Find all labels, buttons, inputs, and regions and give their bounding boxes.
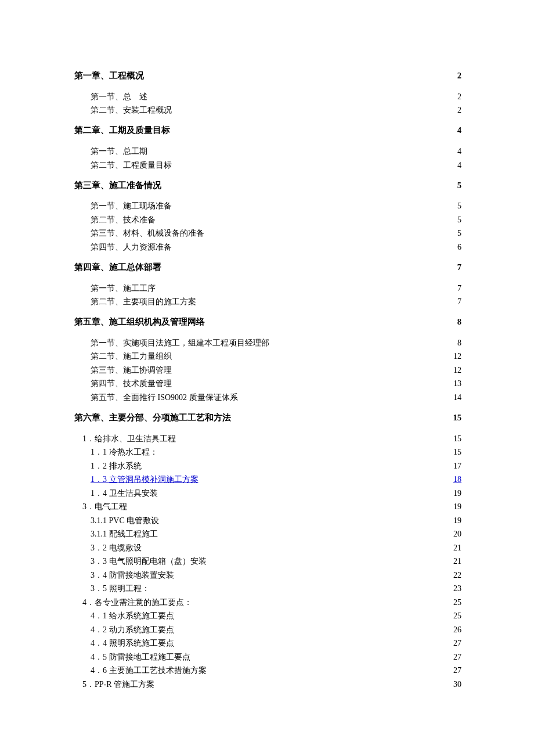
toc-entry: 4．5 防雷接地工程施工要点27 xyxy=(74,651,461,663)
toc-title: 1．4 卫生洁具安装 xyxy=(91,487,158,499)
toc-page-number: 6 xyxy=(457,241,461,253)
toc-entry: 第一章、工程概况2 xyxy=(74,70,461,82)
toc-page-number: 15 xyxy=(453,446,461,458)
toc-page-number: 7 xyxy=(457,296,461,308)
toc-page-number: 2 xyxy=(457,91,461,103)
toc-title: 第二节、主要项目的施工方案 xyxy=(91,296,196,308)
toc-entry: 3.1.1 PVC 电管敷设19 xyxy=(74,514,461,527)
toc-page-number: 7 xyxy=(457,261,461,274)
toc-title: 第一节、施工工序 xyxy=(91,282,156,294)
toc-title: 3．3 电气照明配电箱（盘）安装 xyxy=(91,555,207,567)
toc-page-number: 8 xyxy=(457,337,461,349)
toc-page-number: 13 xyxy=(453,377,461,390)
toc-title: 3．5 照明工程： xyxy=(91,582,150,595)
toc-entry: 3．3 电气照明配电箱（盘）安装21 xyxy=(74,555,461,567)
toc-entry: 第一节、实施项目法施工，组建本工程项目经理部8 xyxy=(74,337,461,349)
toc-title: 1．2 排水系统 xyxy=(91,460,142,472)
toc-title[interactable]: 1．3 立管洞吊模补洞施工方案 xyxy=(91,473,199,485)
toc-entry: 第二节、主要项目的施工方案7 xyxy=(74,296,461,308)
toc-page-number: 27 xyxy=(453,651,461,663)
toc-page-number: 27 xyxy=(453,637,461,649)
toc-title: 3．2 电缆敷设 xyxy=(91,542,142,554)
toc-entry: 第一节、总工期4 xyxy=(74,145,461,157)
toc-title: 第四节、人力资源准备 xyxy=(91,241,172,253)
toc-entry: 4．各专业需注意的施工要点：25 xyxy=(74,596,461,609)
toc-entry: 第二章、工期及质量目标4 xyxy=(74,124,461,137)
toc-page-number: 21 xyxy=(453,542,461,554)
toc-page-number: 17 xyxy=(453,460,461,472)
toc-page-number: 5 xyxy=(457,200,461,212)
toc-title: 第三节、施工协调管理 xyxy=(91,364,172,376)
toc-page-number: 19 xyxy=(453,487,461,499)
toc-page-number: 5 xyxy=(457,179,461,192)
toc-title: 1．给排水、卫生洁具工程 xyxy=(82,433,176,445)
toc-page-number: 25 xyxy=(453,610,461,622)
toc-title: 4．4 照明系统施工要点 xyxy=(91,637,174,649)
toc-page-number: 25 xyxy=(453,596,461,609)
toc-entry: 第三节、材料、机械设备的准备5 xyxy=(74,227,461,239)
toc-page-number: 4 xyxy=(457,124,461,137)
toc-entry: 第五章、施工组织机构及管理网络8 xyxy=(74,316,461,329)
toc-page-number: 23 xyxy=(453,582,461,595)
toc-page-number: 14 xyxy=(453,391,461,404)
toc-title: 第五节、全面推行 ISO9002 质量保证体系 xyxy=(91,391,238,404)
toc-title: 4．2 动力系统施工要点 xyxy=(91,624,174,636)
toc-page-number: 2 xyxy=(457,104,461,116)
toc-title: 3．电气工程 xyxy=(82,501,127,513)
toc-entry: 第三章、施工准备情况5 xyxy=(74,179,461,192)
toc-title: 4．各专业需注意的施工要点： xyxy=(82,596,192,609)
toc-title: 第三节、材料、机械设备的准备 xyxy=(91,227,204,239)
toc-title: 第四节、技术质量管理 xyxy=(91,377,172,390)
toc-page-number: 2 xyxy=(457,70,461,82)
toc-title: 第二节、技术准备 xyxy=(91,214,156,226)
toc-title: 第三章、施工准备情况 xyxy=(74,179,161,192)
toc-title: 4．5 防雷接地工程施工要点 xyxy=(91,651,190,663)
toc-entry: 3．5 照明工程：23 xyxy=(74,582,461,595)
toc-title: 第一节、施工现场准备 xyxy=(91,200,172,212)
toc-page-number: 20 xyxy=(453,528,461,540)
toc-title: 第二节、安装工程概况 xyxy=(91,104,172,116)
toc-title: 第四章、施工总体部署 xyxy=(74,261,161,274)
toc-entry: 1．3 立管洞吊模补洞施工方案18 xyxy=(74,473,461,485)
toc-title: 3.1.1 配线工程施工 xyxy=(91,528,158,540)
toc-entry: 1．1 冷热水工程：15 xyxy=(74,446,461,458)
toc-page-number: 7 xyxy=(457,282,461,294)
toc-page-number: 27 xyxy=(453,664,461,676)
toc-entry: 第四章、施工总体部署7 xyxy=(74,261,461,274)
toc-title: 3．4 防雷接地装置安装 xyxy=(91,569,174,581)
toc-entry: 第二节、工程质量目标4 xyxy=(74,159,461,171)
toc-entry: 4．2 动力系统施工要点26 xyxy=(74,624,461,636)
toc-page-number: 8 xyxy=(457,316,461,329)
toc-title: 第六章、主要分部、分项施工工艺和方法 xyxy=(74,412,231,424)
toc-title: 第一节、实施项目法施工，组建本工程项目经理部 xyxy=(91,337,269,349)
toc-entry: 3．电气工程19 xyxy=(74,501,461,513)
toc-page-number: 4 xyxy=(457,145,461,157)
toc-page-number[interactable]: 18 xyxy=(453,473,461,485)
toc-page-number: 15 xyxy=(453,412,462,424)
toc-entry: 第四节、技术质量管理13 xyxy=(74,377,461,390)
toc-entry: 第二节、技术准备5 xyxy=(74,214,461,226)
toc-title: 第二节、工程质量目标 xyxy=(91,159,172,171)
toc-page-number: 5 xyxy=(457,214,461,226)
toc-entry: 1．4 卫生洁具安装19 xyxy=(74,487,461,499)
toc-title: 3.1.1 PVC 电管敷设 xyxy=(91,514,159,527)
toc-page-number: 15 xyxy=(453,433,461,445)
toc-entry: 第六章、主要分部、分项施工工艺和方法15 xyxy=(74,412,461,424)
toc-title: 第五章、施工组织机构及管理网络 xyxy=(74,316,205,329)
toc-title: 第二章、工期及质量目标 xyxy=(74,124,170,137)
toc-title: 第一节、总工期 xyxy=(91,145,147,157)
toc-entry: 第四节、人力资源准备6 xyxy=(74,241,461,253)
toc-entry: 第五节、全面推行 ISO9002 质量保证体系14 xyxy=(74,391,461,404)
toc-entry: 1．2 排水系统17 xyxy=(74,460,461,472)
toc-entry: 4．4 照明系统施工要点27 xyxy=(74,637,461,649)
toc-entry: 第一节、总 述2 xyxy=(74,91,461,103)
toc-page-number: 19 xyxy=(453,501,461,513)
toc-entry: 第一节、施工工序7 xyxy=(74,282,461,294)
toc-entry: 第二节、安装工程概况2 xyxy=(74,104,461,116)
toc-title: 第二节、施工力量组织 xyxy=(91,350,172,362)
toc-page-number: 4 xyxy=(457,159,461,171)
toc-entry: 4．6 主要施工工艺技术措施方案27 xyxy=(74,664,461,676)
toc-page-number: 30 xyxy=(453,678,461,690)
toc-title: 1．1 冷热水工程： xyxy=(91,446,158,458)
toc-entry: 第三节、施工协调管理12 xyxy=(74,364,461,376)
